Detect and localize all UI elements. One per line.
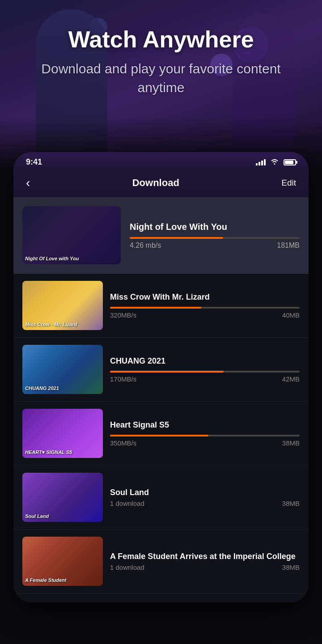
list-item-female-student[interactable]: A Female StudentA Female Student Arrives…: [13, 530, 309, 593]
nav-bar: ‹ Download Edit: [13, 170, 309, 197]
item-info-soul-land: Soul Land1 download38MB: [110, 487, 300, 507]
item-meta: 350MB/s38MB: [110, 439, 300, 447]
item-speed: 350MB/s: [110, 439, 136, 447]
item-title: Night of Love With You: [130, 221, 300, 233]
item-meta: 4.26 mb/s181MB: [130, 242, 300, 250]
item-info-miss-crow: Miss Crow With Mr. Lizard320MB/s40MB: [110, 292, 300, 319]
wifi-icon: [270, 158, 279, 167]
status-bar: 9:41: [13, 152, 309, 170]
phone-mockup: 9:41 ‹ Downlo: [13, 152, 309, 602]
item-meta: 320MB/s40MB: [110, 311, 300, 319]
item-speed: 1 download: [110, 564, 144, 571]
download-list: Night Of Love with YouNight of Love With…: [13, 197, 309, 602]
item-info-chuang: CHUANG 2021170MB/s42MB: [110, 356, 300, 383]
progress-bar-container: [110, 435, 300, 436]
item-size: 38MB: [282, 439, 300, 447]
edit-button[interactable]: Edit: [281, 178, 296, 188]
progress-bar-container: [130, 237, 300, 239]
thumbnail-soul-land: Soul Land: [22, 473, 103, 522]
list-item-heart-signal[interactable]: HEART♥ SIGNAL S5Heart Signal S5350MB/s38…: [13, 402, 309, 466]
item-speed: 1 download: [110, 500, 144, 507]
item-title: CHUANG 2021: [110, 356, 300, 366]
item-title: Miss Crow With Mr. Lizard: [110, 292, 300, 302]
item-info-heart-signal: Heart Signal S5350MB/s38MB: [110, 420, 300, 447]
item-title: A Female Student Arrives at the Imperial…: [110, 551, 300, 562]
item-size: 40MB: [282, 311, 300, 319]
featured-download-item[interactable]: Night Of Love with YouNight of Love With…: [13, 197, 309, 274]
progress-bar-fill: [110, 307, 201, 309]
item-meta: 170MB/s42MB: [110, 375, 300, 383]
item-size: 38MB: [282, 564, 300, 571]
nav-title: Download: [132, 177, 179, 189]
item-info-female-student: A Female Student Arrives at the Imperial…: [110, 551, 300, 571]
battery-icon: [284, 159, 296, 165]
item-size: 38MB: [282, 500, 300, 507]
list-item-miss-crow[interactable]: Miss Crow - Mr. LizardMiss Crow With Mr.…: [13, 274, 309, 338]
item-title: Soul Land: [110, 487, 300, 498]
item-size: 181MB: [277, 242, 300, 250]
item-info-night-of-love: Night of Love With You4.26 mb/s181MB: [130, 221, 300, 250]
signal-icon: [256, 159, 266, 165]
progress-bar-fill: [110, 371, 224, 373]
hero-title: Watch Anywhere: [0, 27, 322, 52]
list-item-chuang[interactable]: CHUANG 2021CHUANG 2021170MB/s42MB: [13, 338, 309, 402]
progress-bar-container: [110, 371, 300, 373]
progress-bar-fill: [110, 435, 208, 436]
item-size: 42MB: [282, 375, 300, 383]
status-icons: [256, 158, 296, 167]
item-meta: 1 download38MB: [110, 500, 300, 507]
thumbnail-night-of-love: Night Of Love with You: [22, 206, 121, 264]
list-item-soul-land[interactable]: Soul LandSoul Land1 download38MB: [13, 466, 309, 530]
item-speed: 4.26 mb/s: [130, 242, 161, 250]
item-speed: 170MB/s: [110, 375, 136, 383]
progress-bar-fill: [130, 237, 223, 239]
status-time: 9:41: [26, 157, 42, 167]
thumbnail-female-student: A Female Student: [22, 537, 103, 586]
progress-bar-container: [110, 307, 300, 309]
back-button[interactable]: ‹: [26, 176, 30, 190]
thumbnail-chuang: CHUANG 2021: [22, 345, 103, 394]
item-title: Heart Signal S5: [110, 420, 300, 430]
item-speed: 320MB/s: [110, 311, 136, 319]
thumbnail-heart-signal: HEART♥ SIGNAL S5: [22, 409, 103, 458]
hero-text-block: Watch Anywhere Download and play your fa…: [0, 27, 322, 97]
hero-subtitle: Download and play your favorite content …: [0, 59, 322, 97]
item-meta: 1 download38MB: [110, 564, 300, 571]
thumbnail-miss-crow: Miss Crow - Mr. Lizard: [22, 281, 103, 330]
